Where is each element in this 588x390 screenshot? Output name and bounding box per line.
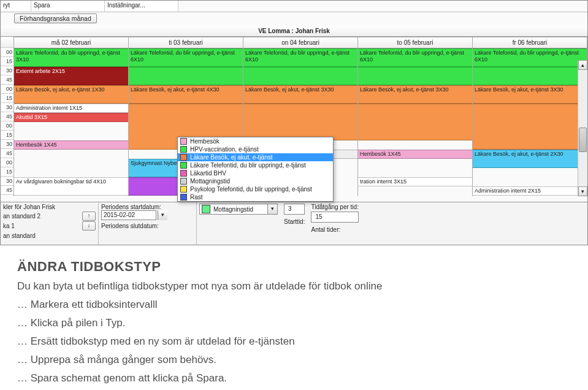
schedule-block[interactable]: Läkare Telefontid, du blir uppringd, e-t…	[14, 48, 128, 67]
scroll-up-arrow[interactable]: ▴	[578, 60, 587, 70]
schedule-block[interactable]: Hembesök 1X45	[14, 140, 128, 150]
time-label: 45	[1, 149, 13, 158]
schedule-block[interactable]: Administration internt 2X15	[473, 186, 587, 196]
time-column: 00153045001530450015304500153045	[1, 37, 14, 196]
time-label: 15	[1, 131, 13, 140]
schedule-block[interactable]: Läkare Besök, ej akut, e-tjänst 3X30	[358, 85, 472, 104]
type-combo[interactable]: Mottagningstid ▾	[199, 204, 278, 215]
menu-color-swatch	[180, 154, 187, 161]
menu-item[interactable]: Hembesök	[178, 137, 333, 145]
menu-item-label: Läkare Besök, ej akut, e-tjänst	[190, 154, 273, 161]
document-text: ÄNDRA TIDBOKSTYP Du kan byta ut befintli…	[0, 245, 588, 390]
schedule-block[interactable]: Läkare Besök, ej akut, e-tjänst 3X30	[243, 85, 357, 104]
menu-item-label: Psykolog Telefontid, du blir uppringd, e…	[190, 186, 312, 193]
menu-color-swatch	[180, 170, 187, 177]
schedule-block[interactable]: Läkare Telefontid, du blir uppringd, e-t…	[129, 48, 243, 67]
doc-step: … Ersätt tidbokstyp med en ny som är utd…	[17, 334, 571, 350]
time-label: 45	[1, 186, 13, 195]
type-dropdown-menu[interactable]: HembesökHPV-vaccination, e-tjänstLäkare …	[177, 137, 334, 202]
menu-item-label: Mottagningstid	[190, 178, 230, 185]
menu-item-label: HPV-vaccination, e-tjänst	[190, 146, 259, 153]
end-date-label: Periodens slutdatum:	[101, 223, 194, 229]
menu-color-swatch	[180, 146, 187, 153]
time-label: 00	[1, 121, 13, 131]
menu-item[interactable]: Läkare Telefontid, du blir uppringd, e-t…	[178, 161, 333, 169]
schedule-block[interactable]: Administration internt 1X15	[14, 104, 128, 113]
schedule-block[interactable]: Läkare Besök, ej akut, e-tjänst 4X30	[129, 85, 243, 104]
move-up-button[interactable]: ↑	[82, 212, 96, 221]
move-down-button[interactable]: ↓	[82, 221, 96, 231]
time-label: 30	[1, 177, 13, 186]
doc-intro: Du kan byta ut befintliga tidbokstyper m…	[17, 278, 571, 294]
schedule-block[interactable]: Läkare Telefontid, du blir uppringd, e-t…	[243, 48, 357, 67]
schedule-block[interactable]	[358, 104, 472, 140]
menu-color-swatch	[180, 186, 187, 193]
doc-step: … Markera ett tidboksintervalll	[17, 297, 571, 313]
menu-item-label: Hembesök	[190, 138, 220, 145]
doc-step: … Spara schemat genom att klicka på Spar…	[17, 370, 571, 386]
bottom-left-title: kler för Johan Frisk	[3, 204, 96, 211]
schedule-block[interactable]	[473, 104, 587, 150]
schedule-block[interactable]: Läkare Telefontid, du blir uppringd, e-t…	[473, 48, 587, 67]
menu-item-label: Läkare Telefontid, du blir uppringd, e-t…	[190, 162, 306, 169]
doc-step: … Upprepa så många gånger som behövs.	[17, 352, 571, 368]
schedule-block[interactable]: Av vårdgivaren bokningsbar tid 4X10	[14, 177, 128, 196]
list-item[interactable]: an standard	[3, 232, 36, 239]
time-label: 15	[1, 94, 13, 103]
menu-item[interactable]: HPV-vaccination, e-tjänst	[178, 145, 333, 153]
number-input-2[interactable]: 15	[311, 212, 358, 223]
list-item[interactable]: ka 1	[3, 223, 15, 229]
schedule-block[interactable]	[358, 67, 472, 85]
schedule-block[interactable]: Externt arbete 2X15	[14, 67, 128, 85]
label-spara: Spara	[31, 1, 105, 12]
menu-item[interactable]: Läkartid BHV	[178, 169, 333, 177]
menu-color-swatch	[180, 178, 187, 185]
day-header: on 04 februari	[243, 37, 357, 48]
day-header: ti 03 februari	[129, 37, 243, 48]
menu-color-swatch	[180, 194, 187, 201]
schedule-block[interactable]: Läkare Telefontid, du blir uppringd, e-t…	[358, 48, 472, 67]
menu-color-swatch	[180, 138, 187, 145]
vertical-scrollbar[interactable]: ▴ ▾	[578, 60, 587, 196]
schedule-block[interactable]	[129, 67, 243, 85]
starttid-label: Starttid:	[284, 218, 305, 225]
schedule-screenshot: ryt Spara Inställningar... Förhandsgrans…	[0, 0, 588, 245]
day-header: to 05 februari	[358, 37, 472, 48]
day-column: to 05 februariLäkare Telefontid, du blir…	[358, 37, 473, 196]
scroll-down-arrow[interactable]: ▾	[578, 186, 587, 196]
date-picker-arrow[interactable]: ▾	[158, 210, 167, 220]
day-header: må 02 februari	[14, 37, 128, 48]
start-date-label: Periodens startdatum:	[101, 204, 194, 210]
schedule-block[interactable]: Läkare Besök, ej akut, e-tjänst 2X30	[473, 150, 587, 168]
menu-item[interactable]: Mottagningstid	[178, 177, 333, 185]
time-label: 30	[1, 140, 13, 149]
time-label: 15	[1, 57, 13, 66]
schedule-block[interactable]: Läkare Besök, ej akut, e-tjänst 3X30	[473, 85, 587, 104]
number-input-1[interactable]: 3	[284, 204, 305, 215]
type-combo-label: Mottagningstid	[212, 206, 267, 213]
time-label: 15	[1, 167, 13, 177]
schedule-block[interactable]: Läkare Besök, ej akut, e-tjänst 1X30	[14, 85, 128, 104]
schedule-block[interactable]	[473, 67, 587, 85]
schedule-block[interactable]: Hembesök 1X45	[358, 150, 472, 159]
schedule-title: VE Lomma : Johan Frisk	[1, 26, 587, 37]
time-label: 00	[1, 48, 13, 57]
schedule-block[interactable]	[243, 67, 357, 85]
top-bar: ryt Spara Inställningar...	[1, 1, 587, 12]
menu-item[interactable]: Läkare Besök, ej akut, e-tjänst	[178, 153, 333, 161]
list-item[interactable]: an standard 2	[3, 213, 40, 220]
schedule-block[interactable]: Akuttid 3X15	[14, 113, 128, 122]
time-label: 30	[1, 103, 13, 112]
scroll-thumb[interactable]	[579, 128, 587, 152]
schedule-block[interactable]	[243, 104, 357, 140]
menu-item[interactable]: Rast	[178, 193, 333, 201]
time-label: 00	[1, 85, 13, 94]
start-date-input[interactable]: 2015-02-02	[101, 210, 156, 220]
antal-tider-label: Antal tider:	[311, 226, 358, 233]
label-ryt: ryt	[1, 1, 31, 12]
schedule-block[interactable]: tration internt 3X15	[358, 177, 472, 186]
type-combo-arrow[interactable]: ▾	[267, 204, 277, 214]
menu-item[interactable]: Psykolog Telefontid, du blir uppringd, e…	[178, 185, 333, 193]
day-header: fr 06 februari	[473, 37, 587, 48]
preview-month-button[interactable]: Förhandsgranska månad	[14, 13, 97, 23]
